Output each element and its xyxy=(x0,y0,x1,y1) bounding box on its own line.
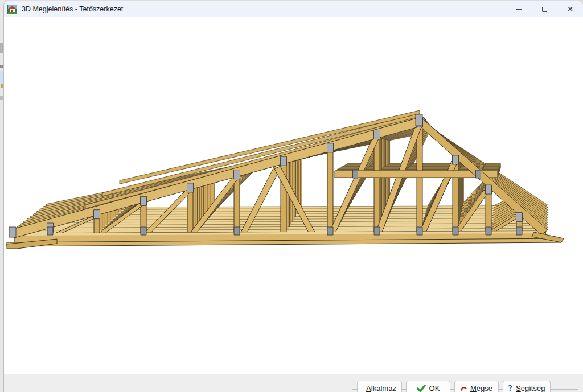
background-toolbar-fragment xyxy=(0,43,4,53)
screen: 3D Megjelenítés - Tetőszerkezet ✕ Al xyxy=(0,0,583,392)
window-controls: ✕ xyxy=(506,1,583,17)
ok-button[interactable]: OK xyxy=(406,381,450,392)
close-icon[interactable]: ✕ xyxy=(557,1,583,17)
help-button-label: Segítség xyxy=(516,384,545,392)
cancel-button[interactable]: Mégse xyxy=(454,381,499,392)
apply-button-label: Alkalmaz xyxy=(366,384,396,392)
undo-arrow-icon xyxy=(461,385,467,392)
ok-button-label: OK xyxy=(429,384,440,392)
background-toolbar-fragment xyxy=(0,96,3,100)
window-title: 3D Megjelenítés - Tetőszerkezet xyxy=(22,5,123,13)
help-icon: ? xyxy=(508,383,513,392)
minimize-icon[interactable] xyxy=(506,1,532,17)
cancel-button-label: Mégse xyxy=(470,384,492,392)
3d-roof-truss-render xyxy=(4,17,583,374)
background-toolbar-fragment xyxy=(1,84,3,88)
title-bar[interactable]: 3D Megjelenítés - Tetőszerkezet ✕ xyxy=(4,1,583,17)
dialog-button-bar: Alkalmaz OK Mégse ? xyxy=(4,374,583,392)
check-icon xyxy=(417,385,426,392)
help-button[interactable]: ? Segítség xyxy=(503,381,551,392)
app-house-icon xyxy=(7,5,17,14)
3d-viewport[interactable] xyxy=(4,17,583,374)
dialog-window: 3D Megjelenítés - Tetőszerkezet ✕ Al xyxy=(4,1,583,392)
apply-button[interactable]: Alkalmaz xyxy=(357,381,402,392)
maximize-icon[interactable] xyxy=(532,1,557,17)
background-toolbar-fragment xyxy=(0,65,3,68)
